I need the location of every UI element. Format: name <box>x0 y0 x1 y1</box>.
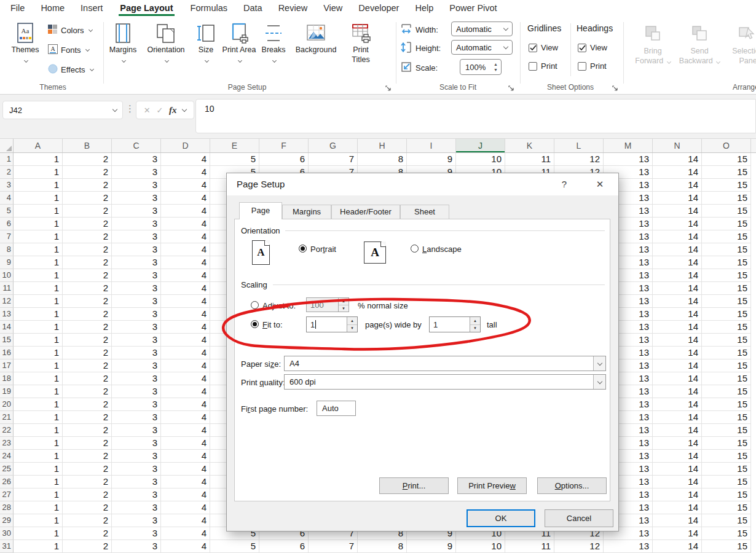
row-header-27[interactable]: 27 <box>0 488 14 501</box>
column-header-E[interactable]: E <box>210 139 259 152</box>
combo-dropdown-button[interactable] <box>593 356 605 371</box>
row-header-26[interactable]: 26 <box>0 476 14 488</box>
cell-C8[interactable]: 3 <box>112 243 161 256</box>
row-header-12[interactable]: 12 <box>0 295 14 308</box>
cell-B2[interactable]: 2 <box>63 166 112 179</box>
cell-A9[interactable]: 1 <box>14 256 63 269</box>
cell-C25[interactable]: 3 <box>112 463 161 476</box>
cell-C10[interactable]: 3 <box>112 269 161 282</box>
breaks-button[interactable]: Breaks <box>258 20 289 65</box>
cell-C29[interactable]: 3 <box>112 514 161 527</box>
combo-dropdown-button[interactable] <box>593 375 605 389</box>
fit-to-tall-spinner[interactable]: 1 ▲▼ <box>429 316 481 332</box>
colors-button[interactable]: Colors <box>48 25 92 36</box>
cell-D11[interactable]: 4 <box>161 282 210 295</box>
portrait-radio[interactable] <box>299 245 307 253</box>
cell-A25[interactable]: 1 <box>14 463 63 476</box>
menu-tab-file[interactable]: File <box>2 0 33 17</box>
menu-tab-help[interactable]: Help <box>407 0 441 17</box>
cell-C16[interactable]: 3 <box>112 347 161 359</box>
menu-tab-view[interactable]: View <box>315 0 350 17</box>
cell-A4[interactable]: 1 <box>14 192 63 205</box>
cell-O9[interactable]: 15 <box>702 256 751 269</box>
cell-B28[interactable]: 2 <box>63 501 112 514</box>
cell-O20[interactable]: 15 <box>702 398 751 411</box>
row-header-10[interactable]: 10 <box>0 269 14 282</box>
cell-C17[interactable]: 3 <box>112 359 161 372</box>
spin-up-icon[interactable]: ▲ <box>470 317 480 325</box>
cell-O3[interactable]: 15 <box>702 179 751 192</box>
row-header-2[interactable]: 2 <box>0 166 14 179</box>
cell-N8[interactable]: 14 <box>653 243 702 256</box>
cell-N5[interactable]: 14 <box>653 205 702 218</box>
cell-O17[interactable]: 15 <box>702 359 751 372</box>
row-header-25[interactable]: 25 <box>0 463 14 476</box>
margins-button[interactable]: Margins <box>106 20 140 65</box>
cell-C1[interactable]: 3 <box>112 153 161 166</box>
themes-button[interactable]: Aa Themes <box>7 20 43 62</box>
column-header-B[interactable]: B <box>63 139 112 152</box>
cell-B18[interactable]: 2 <box>63 372 112 385</box>
column-header-D[interactable]: D <box>161 139 210 152</box>
cell-O27[interactable]: 15 <box>702 488 751 501</box>
cell-D1[interactable]: 4 <box>161 153 210 166</box>
cell-C6[interactable]: 3 <box>112 218 161 230</box>
name-box[interactable]: J42 <box>2 101 123 119</box>
cell-A6[interactable]: 1 <box>14 218 63 230</box>
cell-D18[interactable]: 4 <box>161 372 210 385</box>
cell-C23[interactable]: 3 <box>112 437 161 450</box>
cell-O11[interactable]: 15 <box>702 282 751 295</box>
cell-E1[interactable]: 5 <box>210 153 259 166</box>
portrait-label[interactable]: Portrait <box>310 245 336 254</box>
cell-A16[interactable]: 1 <box>14 347 63 359</box>
menu-tab-review[interactable]: Review <box>270 0 316 17</box>
cell-D8[interactable]: 4 <box>161 243 210 256</box>
menu-tab-page-layout[interactable]: Page Layout <box>111 0 182 17</box>
options-button[interactable]: Options... <box>537 477 607 494</box>
ok-button[interactable]: OK <box>467 509 535 527</box>
cell-O26[interactable]: 15 <box>702 476 751 488</box>
cell-C24[interactable]: 3 <box>112 450 161 463</box>
cell-A10[interactable]: 1 <box>14 269 63 282</box>
cell-A15[interactable]: 1 <box>14 334 63 347</box>
send-backward-button[interactable]: Send Backward <box>676 21 723 66</box>
cell-B1[interactable]: 2 <box>63 153 112 166</box>
cell-D14[interactable]: 4 <box>161 321 210 334</box>
cell-D23[interactable]: 4 <box>161 437 210 450</box>
row-header-5[interactable]: 5 <box>0 205 14 218</box>
column-header-L[interactable]: L <box>554 139 604 152</box>
effects-button[interactable]: Effects <box>48 64 93 76</box>
print-quality-combo[interactable]: 600 dpi <box>284 374 606 390</box>
dialog-titlebar[interactable]: Page Setup ? ✕ <box>227 173 618 195</box>
tab-margins[interactable]: Margins <box>282 205 331 219</box>
cell-B21[interactable]: 2 <box>63 411 112 424</box>
column-header-C[interactable]: C <box>112 139 161 152</box>
height-dropdown[interactable]: Automatic <box>451 40 513 55</box>
row-header-4[interactable]: 4 <box>0 192 14 205</box>
cell-B31[interactable]: 2 <box>63 540 112 553</box>
row-header-29[interactable]: 29 <box>0 514 14 527</box>
cell-B13[interactable]: 2 <box>63 308 112 321</box>
cell-C15[interactable]: 3 <box>112 334 161 347</box>
cell-A19[interactable]: 1 <box>14 385 63 398</box>
cell-N24[interactable]: 14 <box>653 450 702 463</box>
row-header-14[interactable]: 14 <box>0 321 14 334</box>
bring-forward-button[interactable]: Bring Forward <box>633 21 672 66</box>
cell-N17[interactable]: 14 <box>653 359 702 372</box>
fonts-button[interactable]: A Fonts <box>48 44 89 56</box>
print-titles-button[interactable]: Print Titles <box>343 20 379 65</box>
tab-header-footer[interactable]: Header/Footer <box>331 205 400 219</box>
spin-up-icon[interactable]: ▲ <box>339 298 348 305</box>
row-header-30[interactable]: 30 <box>0 527 14 540</box>
cell-C18[interactable]: 3 <box>112 372 161 385</box>
size-button[interactable]: Size <box>192 20 220 65</box>
cell-O29[interactable]: 15 <box>702 514 751 527</box>
fit-to-wide-spinner[interactable]: 1 ▲▼ <box>306 316 358 332</box>
cell-C26[interactable]: 3 <box>112 476 161 488</box>
cell-O18[interactable]: 15 <box>702 372 751 385</box>
row-header-16[interactable]: 16 <box>0 347 14 359</box>
cell-M1[interactable]: 13 <box>604 153 653 166</box>
cell-N30[interactable]: 14 <box>653 527 702 540</box>
row-header-31[interactable]: 31 <box>0 540 14 553</box>
cell-C31[interactable]: 3 <box>112 540 161 553</box>
